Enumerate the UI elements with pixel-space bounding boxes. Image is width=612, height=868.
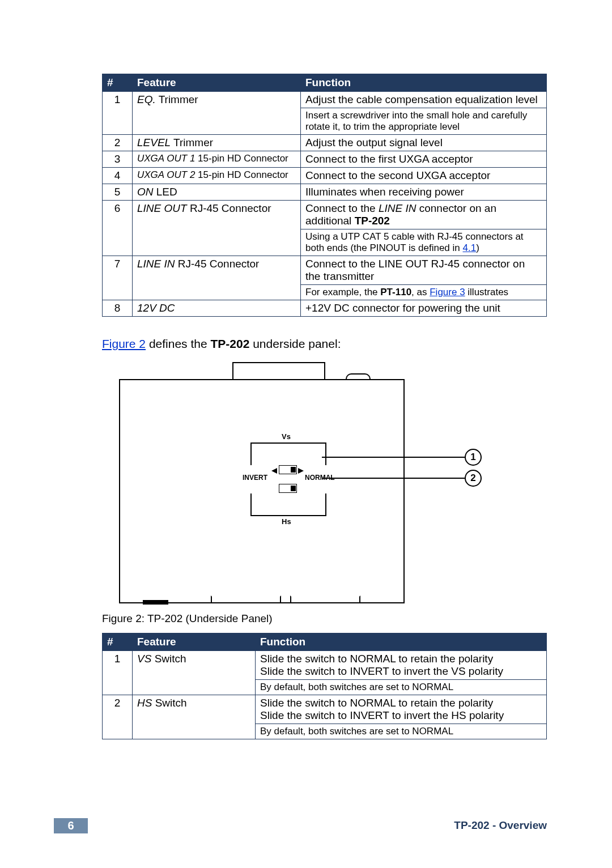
page-footer: 6 TP-202 - Overview [0, 818, 612, 835]
cell-note: Insert a screwdriver into the small hole… [301, 108, 547, 135]
footer-title: TP-202 - Overview [454, 818, 547, 832]
cell-function: Adjust the cable compensation equalizati… [301, 92, 547, 108]
label-vs: Vs [282, 432, 291, 441]
cell-feature: EQ. Trimmer [133, 92, 301, 108]
feature-table-2: # Feature Function 1 VS Switch Slide the… [102, 633, 547, 739]
cell-function: Connect to the first UXGA acceptor [301, 151, 547, 168]
cell-num: 6 [103, 201, 133, 229]
arrow-left-icon [271, 468, 277, 474]
link-figure2[interactable]: Figure 2 [102, 337, 146, 350]
th-num: # [103, 74, 133, 92]
th-feature: Feature [133, 74, 301, 92]
vs-switch-icon [279, 465, 297, 474]
link-pinout[interactable]: 4.1 [463, 242, 477, 253]
label-invert: INVERT [243, 474, 267, 482]
cell-feature: HS Switch [133, 695, 256, 724]
label-hs: Hs [282, 517, 291, 526]
cell-function: +12V DC connector for powering the unit [301, 300, 547, 317]
th-feature: Feature [133, 633, 256, 651]
callout-1: 1 [322, 449, 482, 466]
cell-function: Slide the switch to NORMAL to retain the… [256, 695, 547, 724]
cell-note: By default, both switches are set to NOR… [256, 724, 547, 739]
cell-note: Using a UTP CAT 5 cable with RJ-45 conne… [301, 229, 547, 256]
figure-underside-panel: Vs Hs INVERT NORMAL 1 2 [119, 362, 482, 606]
cell-function: Adjust the output signal level [301, 135, 547, 151]
cell-feature: VS Switch [133, 651, 256, 680]
cell-num: 4 [103, 168, 133, 184]
cell-feature: LINE IN RJ-45 Connector [133, 256, 301, 285]
cell-feature: UXGA OUT 2 15-pin HD Connector [133, 168, 301, 184]
hs-switch-icon [279, 484, 297, 493]
cell-note: By default, both switches are set to NOR… [256, 680, 547, 695]
callout-2: 2 [322, 470, 482, 487]
figure-intro-text: Figure 2 defines the TP-202 underside pa… [102, 337, 547, 351]
th-function: Function [301, 74, 547, 92]
cell-feature: LEVEL Trimmer [133, 135, 301, 151]
link-figure3[interactable]: Figure 3 [430, 287, 465, 297]
cell-feature: UXGA OUT 1 15-pin HD Connector [133, 151, 301, 168]
cell-num: 8 [103, 300, 133, 317]
cell-num: 1 [103, 651, 133, 680]
page-number: 6 [54, 818, 88, 833]
cell-feature: 12V DC [133, 300, 301, 317]
th-num: # [103, 633, 133, 651]
feature-table-1: # Feature Function 1 EQ. Trimmer Adjust … [102, 74, 547, 317]
cell-function: Connect to the LINE IN connector on an a… [301, 201, 547, 229]
cell-num: 5 [103, 184, 133, 201]
cell-num: 2 [103, 135, 133, 151]
cell-function: Connect to the second UXGA acceptor [301, 168, 547, 184]
arrow-right-icon [298, 468, 304, 474]
cell-function: Connect to the LINE OUT RJ-45 connector … [301, 256, 547, 285]
cell-num: 3 [103, 151, 133, 168]
th-function: Function [256, 633, 547, 651]
cell-feature: LINE OUT RJ-45 Connector [133, 201, 301, 229]
cell-function: Slide the switch to NORMAL to retain the… [256, 651, 547, 680]
cell-num: 1 [103, 92, 133, 108]
cell-function: Illuminates when receiving power [301, 184, 547, 201]
cell-note: For example, the PT-110, as Figure 3 ill… [301, 285, 547, 300]
cell-num: 2 [103, 695, 133, 724]
cell-feature: ON LED [133, 184, 301, 201]
cell-num: 7 [103, 256, 133, 285]
figure-caption: Figure 2: TP-202 (Underside Panel) [102, 612, 547, 625]
